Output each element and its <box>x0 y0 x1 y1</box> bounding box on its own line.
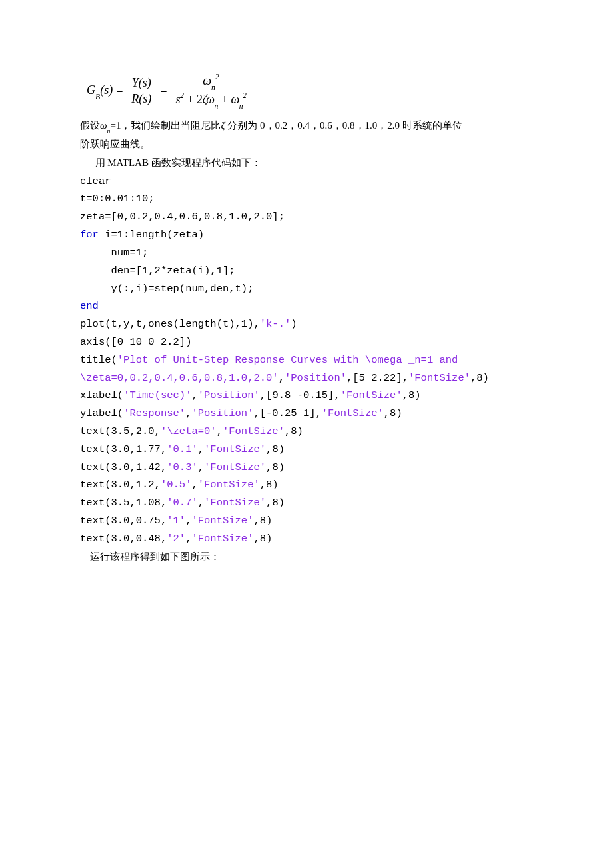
code-line: text(3.0,0.75,'1','FontSize',8) <box>80 515 272 527</box>
code-line: end <box>80 300 99 312</box>
code-line: axis([0 10 0 2.2]) <box>80 336 191 348</box>
code-line: text(3.5,2.0,'\zeta=0','FontSize',8) <box>80 425 303 437</box>
code-line: clear <box>80 175 111 187</box>
code-line: text(3.0,1.2,'0.5','FontSize',8) <box>80 479 279 491</box>
code-line: zeta=[0,0.2,0.4,0.6,0.8,1.0,2.0]; <box>80 211 285 223</box>
code-line: den=[1,2*zeta(i),1]; <box>80 265 235 277</box>
assumption-line-2: 阶跃响应曲线。 <box>80 135 533 154</box>
code-line: y(:,i)=step(num,den,t); <box>80 283 253 295</box>
code-line: for i=1:length(zeta) <box>80 229 204 241</box>
code-line: text(3.0,0.48,'2','FontSize',8) <box>80 533 272 545</box>
code-line: ylabel('Response','Position',[-0.25 1],'… <box>80 407 402 419</box>
code-line: num=1; <box>80 247 148 259</box>
code-line: plot(t,y,t,ones(length(t),1),'k-.') <box>80 318 297 330</box>
code-line: text(3.5,1.08,'0.7','FontSize',8) <box>80 497 285 509</box>
matlab-code-block: clear t=0:0.01:10; zeta=[0,0.2,0.4,0.6,0… <box>80 173 533 548</box>
code-line: \zeta=0,0.2,0.4,0.6,0.8,1.0,2.0','Positi… <box>80 372 489 384</box>
assumption-line-1: 假设ωn=1，我们绘制出当阻尼比ζ 分别为 0，0.2，0.4，0.6，0.8，… <box>80 117 533 135</box>
code-line: t=0:0.01:10; <box>80 193 155 205</box>
document-page: GB(s) = Y(s) R(s) = ωn2 s2 + 2ζωn + ωn2 … <box>0 0 613 868</box>
result-intro-line: 运行该程序得到如下图所示： <box>80 548 533 567</box>
transfer-function-formula: GB(s) = Y(s) R(s) = ωn2 s2 + 2ζωn + ωn2 <box>87 73 533 109</box>
intro-line: 用 MATLAB 函数实现程序代码如下： <box>80 154 533 173</box>
code-line: title('Plot of Unit-Step Response Curves… <box>80 354 464 366</box>
code-line: text(3.0,1.77,'0.1','FontSize',8) <box>80 443 285 455</box>
code-line: xlabel('Time(sec)','Position',[9.8 -0.15… <box>80 389 421 401</box>
code-line: text(3.0,1.42,'0.3','FontSize',8) <box>80 461 285 473</box>
